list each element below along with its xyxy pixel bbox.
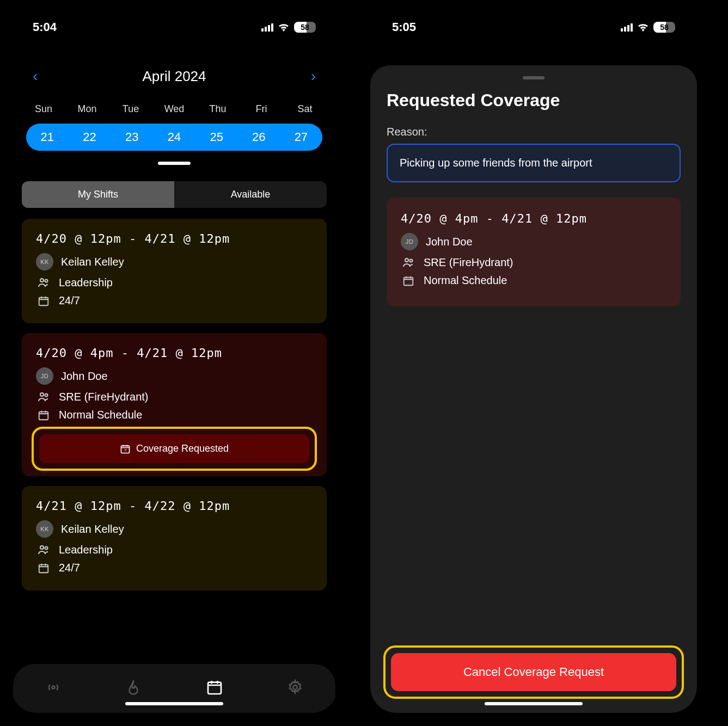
svg-point-11	[52, 686, 54, 689]
team-name: SRE (FireHydrant)	[59, 391, 148, 403]
svg-point-13	[293, 685, 298, 690]
tab-fire[interactable]	[125, 679, 142, 698]
weekday-label: Fri	[242, 103, 280, 115]
avatar: KK	[36, 253, 53, 270]
people-icon	[36, 543, 51, 556]
prev-month-button[interactable]: ‹	[27, 65, 43, 87]
home-indicator[interactable]	[485, 702, 583, 705]
shift-person-row: KK Keilan Kelley	[36, 520, 313, 538]
drag-handle[interactable]	[158, 162, 191, 165]
reason-label: Reason:	[387, 126, 681, 138]
signal-icon	[261, 23, 273, 32]
calendar-icon	[36, 562, 51, 574]
next-month-button[interactable]: ›	[305, 65, 321, 87]
shift-card[interactable]: 4/20 @ 12pm - 4/21 @ 12pm KK Keilan Kell…	[22, 219, 327, 323]
status-time: 5:04	[33, 20, 57, 34]
signal-icon	[621, 23, 633, 32]
battery-icon: 58	[653, 22, 675, 33]
svg-point-0	[40, 279, 44, 282]
svg-point-1	[45, 280, 48, 282]
day-button[interactable]: 22	[71, 130, 109, 144]
tab-broadcast[interactable]	[45, 679, 62, 698]
day-button[interactable]: 23	[113, 130, 151, 144]
calendar-icon	[36, 295, 51, 307]
avatar: JD	[401, 233, 418, 250]
team-name: Leadership	[59, 276, 113, 289]
svg-rect-12	[208, 682, 221, 694]
calendar-question-icon: ?	[120, 444, 131, 454]
person-name: John Doe	[426, 236, 473, 248]
tab-bar	[13, 664, 335, 713]
day-button[interactable]: 21	[28, 130, 66, 144]
calendar-title: April 2024	[142, 68, 206, 85]
tab-settings[interactable]	[287, 679, 303, 698]
coverage-sheet: Requested Coverage Reason: Picking up so…	[370, 65, 697, 713]
person-name: John Doe	[61, 370, 108, 383]
svg-rect-5	[39, 411, 48, 420]
shift-team-row: SRE (FireHydrant)	[401, 256, 666, 269]
day-selector: 21 22 23 24 25 26 27	[26, 124, 322, 151]
highlight-ring: Cancel Coverage Request	[383, 645, 684, 699]
tab-calendar[interactable]	[206, 679, 223, 698]
person-name: Keilan Kelley	[61, 256, 124, 268]
tab-available[interactable]: Available	[174, 181, 327, 208]
person-name: Keilan Kelley	[61, 523, 124, 536]
coverage-detail-card: 4/20 @ 4pm - 4/21 @ 12pm JD John Doe SRE…	[387, 198, 681, 306]
status-time: 5:05	[392, 20, 416, 34]
status-right: 58	[621, 22, 675, 33]
segmented-control: My Shifts Available	[22, 181, 327, 208]
phone-left: 5:04 58 ‹ April 2024 › Sun Mon Tue Wed T…	[11, 11, 338, 713]
avatar: JD	[36, 367, 53, 385]
reason-text-box[interactable]: Picking up some friends from the airport	[387, 144, 681, 182]
status-bar: 5:04 58	[11, 11, 338, 44]
people-icon	[36, 390, 51, 403]
status-bar: 5:05 58	[370, 11, 697, 44]
shift-person-row: KK Keilan Kelley	[36, 253, 313, 270]
weekday-label: Tue	[112, 103, 150, 115]
sheet-title: Requested Coverage	[387, 90, 681, 110]
people-icon	[36, 276, 51, 289]
svg-point-14	[405, 259, 408, 262]
shift-schedule-row: Normal Schedule	[401, 274, 666, 287]
team-name: SRE (FireHydrant)	[424, 256, 513, 269]
shift-schedule-row: 24/7	[36, 562, 313, 574]
schedule-name: Normal Schedule	[59, 409, 142, 421]
shift-team-row: SRE (FireHydrant)	[36, 390, 313, 403]
day-button[interactable]: 26	[240, 130, 278, 144]
svg-text:?: ?	[124, 448, 126, 453]
shift-card[interactable]: 4/20 @ 4pm - 4/21 @ 12pm JD John Doe SRE…	[22, 333, 327, 476]
day-button[interactable]: 25	[198, 130, 236, 144]
sheet-grabber[interactable]	[523, 76, 545, 79]
shift-card[interactable]: 4/21 @ 12pm - 4/22 @ 12pm KK Keilan Kell…	[22, 486, 327, 590]
svg-rect-16	[404, 277, 413, 285]
shift-time: 4/21 @ 12pm - 4/22 @ 12pm	[36, 499, 313, 513]
calendar-header: ‹ April 2024 ›	[11, 44, 338, 98]
battery-icon: 58	[294, 22, 316, 33]
weekday-label: Sun	[25, 103, 63, 115]
people-icon	[401, 256, 416, 269]
shift-team-row: Leadership	[36, 543, 313, 556]
cancel-coverage-button[interactable]: Cancel Coverage Request	[391, 653, 676, 691]
phone-right: 5:05 58 Requested Coverage Reason: Picki…	[370, 11, 697, 713]
svg-rect-10	[39, 564, 48, 573]
calendar-icon	[401, 275, 416, 287]
wifi-icon	[278, 23, 290, 32]
avatar: KK	[36, 520, 53, 538]
weekday-label: Sat	[286, 103, 324, 115]
shift-schedule-row: 24/7	[36, 294, 313, 307]
shift-team-row: Leadership	[36, 276, 313, 289]
shift-time: 4/20 @ 4pm - 4/21 @ 12pm	[36, 346, 313, 360]
schedule-name: 24/7	[59, 562, 80, 574]
weekday-label: Wed	[155, 103, 193, 115]
coverage-requested-button[interactable]: ? Coverage Requested	[39, 434, 309, 463]
shift-time: 4/20 @ 12pm - 4/21 @ 12pm	[36, 232, 313, 245]
schedule-name: Normal Schedule	[424, 274, 507, 287]
svg-point-3	[40, 393, 44, 396]
tab-my-shifts[interactable]: My Shifts	[22, 181, 174, 208]
day-button[interactable]: 24	[155, 130, 193, 144]
shift-schedule-row: Normal Schedule	[36, 409, 313, 421]
home-indicator[interactable]	[125, 702, 223, 705]
shifts-list: 4/20 @ 12pm - 4/21 @ 12pm KK Keilan Kell…	[11, 219, 338, 664]
day-button[interactable]: 27	[282, 130, 320, 144]
shift-person-row: JD John Doe	[401, 233, 666, 250]
